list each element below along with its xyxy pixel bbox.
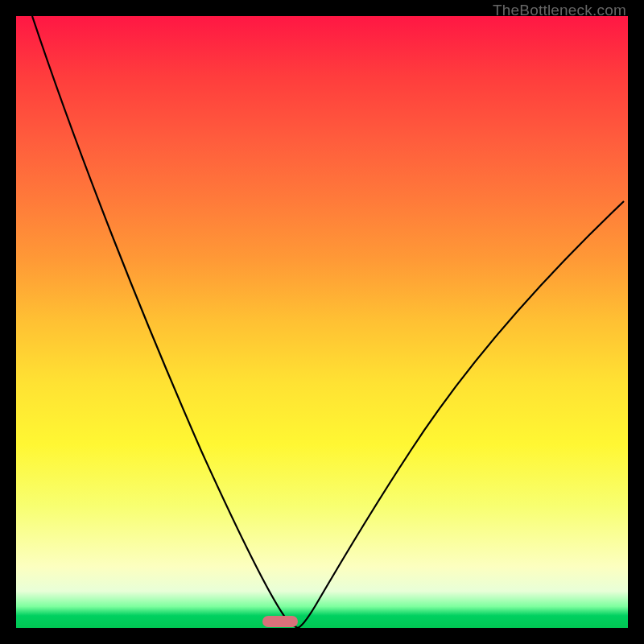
- curve-right-branch: [298, 201, 624, 628]
- watermark-text: TheBottleneck.com: [493, 2, 626, 19]
- curve-left-branch: [32, 16, 298, 628]
- bottleneck-curve: [16, 16, 628, 628]
- bottleneck-marker: [262, 616, 298, 627]
